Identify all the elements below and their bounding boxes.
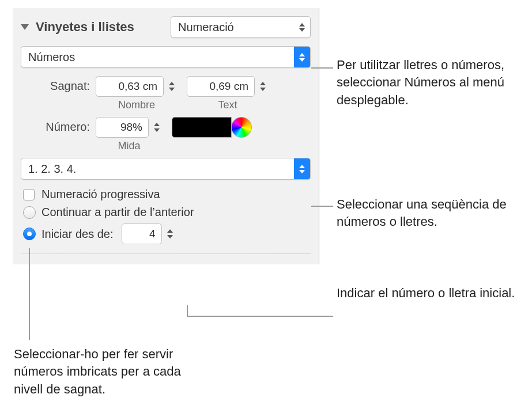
- number-style-value: Números: [21, 51, 294, 64]
- stepper-icon[interactable]: [164, 224, 176, 244]
- sidebar-panel: Vinyetes i llistes Numeració Números Sag…: [13, 8, 319, 264]
- progressive-checkbox[interactable]: [23, 189, 35, 200]
- callout-text: Seleccionar-ho per fer servir números im…: [14, 346, 210, 398]
- section-header: Vinyetes i llistes Numeració: [21, 16, 311, 38]
- continue-radio[interactable]: [23, 206, 36, 219]
- indent-label: Sagnat:: [21, 76, 96, 93]
- callout-leader: [311, 206, 333, 207]
- progressive-label: Numeració progressiva: [41, 188, 160, 201]
- number-size-row: Número: Mida: [21, 117, 311, 152]
- color-swatch[interactable]: [172, 117, 232, 138]
- callout-text: Per utilitzar lletres o números, selecci…: [337, 56, 521, 109]
- updown-icon: [294, 17, 310, 37]
- number-size-label: Número:: [21, 117, 96, 134]
- indent-number-sublabel: Nombre: [118, 99, 155, 111]
- continue-label: Continuar a partir de l’anterior: [41, 206, 194, 219]
- startfrom-radio-row: Iniciar des de:: [23, 224, 311, 244]
- stepper-icon[interactable]: [166, 76, 178, 97]
- sequence-popup[interactable]: 1. 2. 3. 4.: [21, 158, 311, 180]
- startfrom-label: Iniciar des de:: [41, 228, 114, 241]
- sequence-value: 1. 2. 3. 4.: [21, 162, 294, 176]
- number-size-sublabel: Mida: [118, 140, 140, 152]
- color-wheel-icon[interactable]: [231, 117, 252, 138]
- list-type-popup[interactable]: Numeració: [171, 16, 311, 38]
- disclosure-triangle-icon[interactable]: [21, 24, 29, 30]
- indent-number-field[interactable]: [96, 76, 164, 97]
- continue-radio-row: Continuar a partir de l’anterior: [23, 206, 311, 219]
- updown-icon: [294, 47, 310, 67]
- stepper-icon[interactable]: [257, 76, 269, 97]
- number-size-field[interactable]: [96, 117, 149, 138]
- updown-icon: [294, 158, 310, 179]
- callout-leader: [311, 67, 333, 69]
- progressive-checkbox-row: Numeració progressiva: [23, 188, 311, 201]
- callout-text: Seleccionar una seqüència de números o l…: [337, 196, 521, 231]
- callout-text: Indicar el número o lletra inicial.: [337, 285, 521, 302]
- stepper-icon[interactable]: [151, 117, 163, 138]
- indent-row: Sagnat: Nombre Text: [21, 76, 311, 111]
- callout-leader: [29, 248, 30, 340]
- section-title: Vinyetes i llistes: [36, 20, 134, 35]
- callout-leader: [187, 305, 188, 317]
- indent-text-field[interactable]: [187, 76, 255, 97]
- divider: [21, 253, 311, 254]
- startfrom-radio[interactable]: [23, 228, 36, 240]
- callout-leader: [187, 316, 333, 317]
- indent-text-sublabel: Text: [218, 99, 237, 111]
- list-type-value: Numeració: [171, 21, 294, 34]
- startfrom-field[interactable]: [122, 224, 162, 244]
- number-style-popup[interactable]: Números: [21, 46, 311, 68]
